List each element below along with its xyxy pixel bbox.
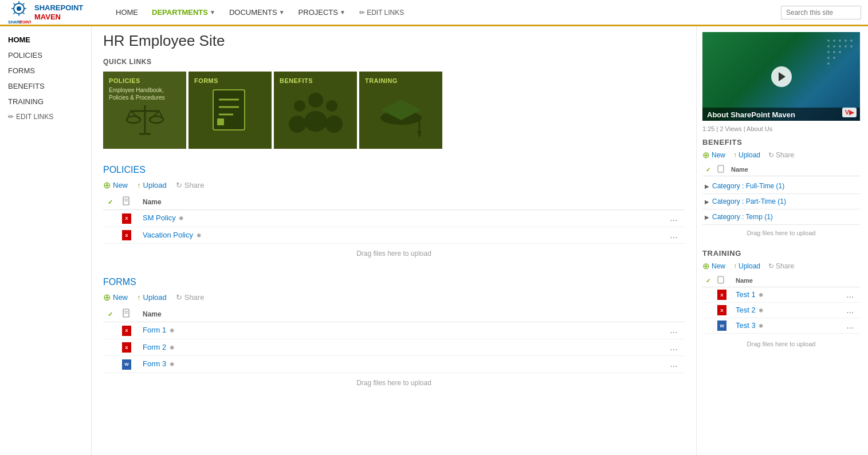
benefits-new-label: New [712,151,725,159]
row-file-icon: X [117,322,138,339]
svg-rect-60 [718,165,724,172]
test2-ellipsis[interactable]: … [844,306,857,315]
forms-file1-link[interactable]: Form 1 [143,326,166,334]
video-title: About SharePoint Maven [707,110,795,119]
excel-icon: X [717,290,726,300]
quick-link-benefits[interactable]: BENEFITS [274,72,357,149]
sidebar-item-training[interactable]: TRAINING [0,94,91,109]
test3-ellipsis[interactable]: … [844,321,857,330]
form2-ellipsis[interactable]: … [667,343,680,352]
quick-link-training[interactable]: TRAINING [359,72,442,149]
ql-policies-subtitle: Employee Handbook, Policies & Procedures [109,86,180,101]
video-play-button[interactable] [771,66,792,87]
svg-point-51 [839,45,841,48]
form3-ellipsis[interactable]: … [667,359,680,369]
edit-pencil-icon: ✏ [8,113,14,121]
ql-benefits-icon [287,90,344,143]
nav-home[interactable]: HOME [110,0,144,26]
forms-file-col [117,306,138,322]
policies-new-label: New [113,181,128,189]
nav-bar: HOME DEPARTMENTS ▼ DOCUMENTS ▼ PROJECTS … [110,0,781,26]
sidebar-item-home[interactable]: HOME [0,32,91,48]
policies-file2-link[interactable]: Vacation Policy [143,231,193,239]
svg-point-27 [308,93,323,108]
svg-point-44 [827,39,830,42]
file1-ellipsis[interactable]: … [667,213,680,223]
svg-point-52 [845,45,847,48]
policies-share-label: Share [184,181,205,189]
policies-share-btn[interactable]: ↻ Share [176,181,205,189]
nav-edit-links[interactable]: ✏ EDIT LINKS [354,0,410,26]
quick-link-policies[interactable]: POLICIES Employee Handbook, Policies & P… [103,72,186,149]
search-input[interactable] [781,6,861,19]
policies-new-btn[interactable]: ⊕ New [103,180,128,191]
logo-area[interactable]: SHARE POINT SHAREPOINT MAVEN [7,1,99,25]
benefits-upload-btn[interactable]: ↑ Upload [733,151,760,159]
training-file3-link[interactable]: Test 3 [736,321,756,330]
row-check [103,339,117,356]
quick-link-forms[interactable]: FORMS [188,72,272,149]
cat-arrow-icon: ▶ [705,214,709,220]
policies-name-col: Name [138,194,685,210]
training-upload-btn[interactable]: ↑ Upload [733,262,760,270]
row-check [103,227,117,244]
category-part-time[interactable]: ▶ Category : Part-Time (1) [702,194,860,209]
training-name-header: Name [732,274,860,287]
row-file-icon: X [117,227,138,244]
forms-table: ✓ Name X Form 1 ✱ … [103,306,685,373]
test1-ellipsis[interactable]: … [844,290,857,299]
sidebar-edit-links[interactable]: ✏ EDIT LINKS [0,109,91,124]
table-row: X Form 1 ✱ … [103,322,685,339]
excel-icon: X [717,305,726,315]
svg-point-53 [850,45,853,48]
svg-point-45 [833,39,835,42]
cat-arrow-icon: ▶ [705,199,709,205]
forms-file3-link[interactable]: Form 3 [143,359,166,368]
training-new-btn[interactable]: ⊕ New [702,261,725,271]
training-share-btn[interactable]: ↻ Share [768,262,794,270]
svg-line-18 [150,111,159,120]
nav-departments[interactable]: DEPARTMENTS ▼ [146,0,221,26]
sidebar-item-benefits[interactable]: BENEFITS [0,78,91,94]
policies-upload-btn[interactable]: ↑ Upload [137,181,167,189]
svg-text:POINT: POINT [19,20,31,24]
forms-check-col: ✓ [103,306,117,322]
nav-projects[interactable]: PROJECTS ▼ [293,0,351,26]
category-temp[interactable]: ▶ Category : Temp (1) [702,209,860,225]
forms-upload-label: Upload [143,293,167,302]
training-file2-link[interactable]: Test 2 [736,306,756,314]
svg-line-7 [23,12,25,14]
benefits-new-btn[interactable]: ⊕ New [702,150,725,160]
forms-file2-link[interactable]: Form 2 [143,343,166,351]
ql-training-label: TRAINING [365,77,398,84]
forms-new-label: New [113,293,128,302]
table-row: X Vacation Policy ✱ … [103,227,685,244]
sidebar: HOME POLICIES FORMS BENEFITS TRAINING ✏ … [0,26,92,455]
top-bar: SHARE POINT SHAREPOINT MAVEN HOME DEPART… [0,0,868,26]
forms-upload-btn[interactable]: ↑ Upload [137,293,167,302]
training-file1-link[interactable]: Test 1 [736,290,756,299]
policies-section-title: POLICIES [103,165,685,175]
file2-ellipsis[interactable]: … [667,231,680,240]
ql-policies-label: POLICIES [109,77,140,84]
sidebar-item-forms[interactable]: FORMS [0,63,91,78]
form1-ellipsis[interactable]: … [667,326,680,335]
test1-pin: ✱ [759,292,763,298]
projects-arrow: ▼ [340,9,345,15]
forms-section-title: FORMS [103,277,685,287]
video-thumbnail[interactable]: About SharePoint Maven V▶ [702,32,860,121]
sidebar-item-policies[interactable]: POLICIES [0,48,91,63]
forms-new-btn[interactable]: ⊕ New [103,292,128,303]
forms-drag-hint: Drag files here to upload [103,373,685,389]
svg-line-17 [131,111,140,120]
upload-icon: ↑ [137,181,141,189]
nav-documents[interactable]: DOCUMENTS ▼ [223,0,290,26]
row-check [103,210,117,227]
benefits-share-btn[interactable]: ↻ Share [768,151,794,159]
page-title: HR Employee Site [103,32,685,50]
forms-share-btn[interactable]: ↻ Share [176,293,205,302]
policies-file1-link[interactable]: SM Policy [143,213,176,222]
category-part-time-label: Category : Part-Time (1) [712,197,786,205]
video-title-bar: About SharePoint Maven [702,108,860,121]
category-full-time[interactable]: ▶ Category : Full-Time (1) [702,179,860,194]
